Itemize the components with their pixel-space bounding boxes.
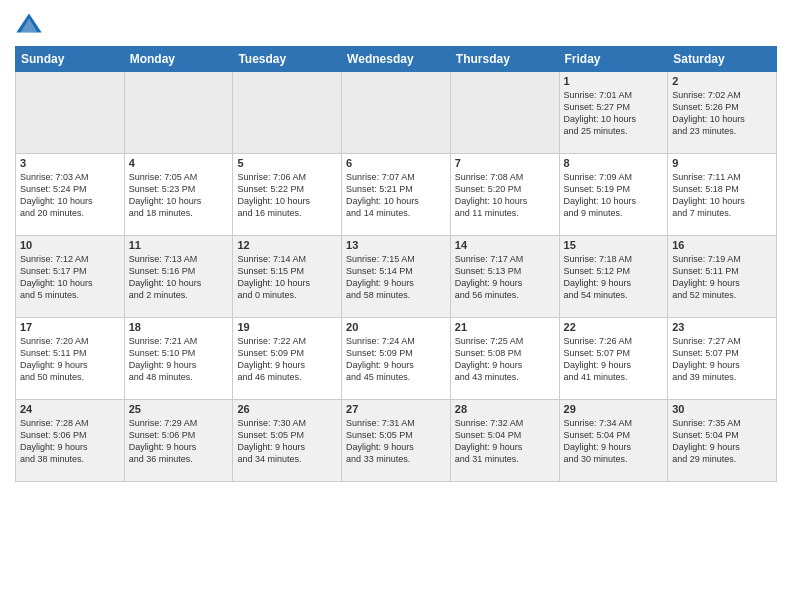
day-number: 25 bbox=[129, 403, 229, 415]
calendar-week-row: 24Sunrise: 7:28 AM Sunset: 5:06 PM Dayli… bbox=[16, 400, 777, 482]
day-info: Sunrise: 7:09 AM Sunset: 5:19 PM Dayligh… bbox=[564, 171, 664, 220]
day-info: Sunrise: 7:31 AM Sunset: 5:05 PM Dayligh… bbox=[346, 417, 446, 466]
calendar-day-cell bbox=[124, 72, 233, 154]
day-info: Sunrise: 7:07 AM Sunset: 5:21 PM Dayligh… bbox=[346, 171, 446, 220]
calendar-day-cell: 4Sunrise: 7:05 AM Sunset: 5:23 PM Daylig… bbox=[124, 154, 233, 236]
calendar-day-cell: 2Sunrise: 7:02 AM Sunset: 5:26 PM Daylig… bbox=[668, 72, 777, 154]
day-number: 17 bbox=[20, 321, 120, 333]
weekday-header: Wednesday bbox=[342, 47, 451, 72]
day-number: 2 bbox=[672, 75, 772, 87]
day-info: Sunrise: 7:12 AM Sunset: 5:17 PM Dayligh… bbox=[20, 253, 120, 302]
day-number: 29 bbox=[564, 403, 664, 415]
calendar-week-row: 3Sunrise: 7:03 AM Sunset: 5:24 PM Daylig… bbox=[16, 154, 777, 236]
day-number: 4 bbox=[129, 157, 229, 169]
day-info: Sunrise: 7:26 AM Sunset: 5:07 PM Dayligh… bbox=[564, 335, 664, 384]
calendar-day-cell: 30Sunrise: 7:35 AM Sunset: 5:04 PM Dayli… bbox=[668, 400, 777, 482]
calendar-day-cell: 14Sunrise: 7:17 AM Sunset: 5:13 PM Dayli… bbox=[450, 236, 559, 318]
logo bbox=[15, 10, 47, 38]
day-number: 19 bbox=[237, 321, 337, 333]
calendar-day-cell: 12Sunrise: 7:14 AM Sunset: 5:15 PM Dayli… bbox=[233, 236, 342, 318]
calendar-day-cell: 27Sunrise: 7:31 AM Sunset: 5:05 PM Dayli… bbox=[342, 400, 451, 482]
day-info: Sunrise: 7:32 AM Sunset: 5:04 PM Dayligh… bbox=[455, 417, 555, 466]
day-info: Sunrise: 7:15 AM Sunset: 5:14 PM Dayligh… bbox=[346, 253, 446, 302]
calendar-day-cell: 19Sunrise: 7:22 AM Sunset: 5:09 PM Dayli… bbox=[233, 318, 342, 400]
calendar-day-cell: 20Sunrise: 7:24 AM Sunset: 5:09 PM Dayli… bbox=[342, 318, 451, 400]
day-number: 20 bbox=[346, 321, 446, 333]
calendar-day-cell bbox=[233, 72, 342, 154]
day-info: Sunrise: 7:27 AM Sunset: 5:07 PM Dayligh… bbox=[672, 335, 772, 384]
calendar-day-cell bbox=[16, 72, 125, 154]
day-number: 16 bbox=[672, 239, 772, 251]
calendar-week-row: 17Sunrise: 7:20 AM Sunset: 5:11 PM Dayli… bbox=[16, 318, 777, 400]
day-number: 12 bbox=[237, 239, 337, 251]
calendar-day-cell: 29Sunrise: 7:34 AM Sunset: 5:04 PM Dayli… bbox=[559, 400, 668, 482]
day-number: 3 bbox=[20, 157, 120, 169]
day-number: 7 bbox=[455, 157, 555, 169]
day-number: 10 bbox=[20, 239, 120, 251]
day-number: 14 bbox=[455, 239, 555, 251]
day-number: 13 bbox=[346, 239, 446, 251]
day-info: Sunrise: 7:35 AM Sunset: 5:04 PM Dayligh… bbox=[672, 417, 772, 466]
day-info: Sunrise: 7:06 AM Sunset: 5:22 PM Dayligh… bbox=[237, 171, 337, 220]
day-number: 8 bbox=[564, 157, 664, 169]
calendar-day-cell: 13Sunrise: 7:15 AM Sunset: 5:14 PM Dayli… bbox=[342, 236, 451, 318]
calendar-day-cell: 5Sunrise: 7:06 AM Sunset: 5:22 PM Daylig… bbox=[233, 154, 342, 236]
page-header bbox=[15, 10, 777, 38]
calendar-day-cell: 11Sunrise: 7:13 AM Sunset: 5:16 PM Dayli… bbox=[124, 236, 233, 318]
day-number: 26 bbox=[237, 403, 337, 415]
day-info: Sunrise: 7:11 AM Sunset: 5:18 PM Dayligh… bbox=[672, 171, 772, 220]
day-number: 9 bbox=[672, 157, 772, 169]
day-number: 5 bbox=[237, 157, 337, 169]
day-number: 11 bbox=[129, 239, 229, 251]
day-number: 28 bbox=[455, 403, 555, 415]
day-info: Sunrise: 7:34 AM Sunset: 5:04 PM Dayligh… bbox=[564, 417, 664, 466]
weekday-header: Sunday bbox=[16, 47, 125, 72]
calendar-table: SundayMondayTuesdayWednesdayThursdayFrid… bbox=[15, 46, 777, 482]
day-number: 24 bbox=[20, 403, 120, 415]
calendar-day-cell: 17Sunrise: 7:20 AM Sunset: 5:11 PM Dayli… bbox=[16, 318, 125, 400]
day-info: Sunrise: 7:13 AM Sunset: 5:16 PM Dayligh… bbox=[129, 253, 229, 302]
calendar-day-cell: 8Sunrise: 7:09 AM Sunset: 5:19 PM Daylig… bbox=[559, 154, 668, 236]
day-number: 27 bbox=[346, 403, 446, 415]
day-info: Sunrise: 7:14 AM Sunset: 5:15 PM Dayligh… bbox=[237, 253, 337, 302]
calendar-day-cell bbox=[342, 72, 451, 154]
calendar-day-cell: 24Sunrise: 7:28 AM Sunset: 5:06 PM Dayli… bbox=[16, 400, 125, 482]
day-info: Sunrise: 7:08 AM Sunset: 5:20 PM Dayligh… bbox=[455, 171, 555, 220]
calendar-week-row: 10Sunrise: 7:12 AM Sunset: 5:17 PM Dayli… bbox=[16, 236, 777, 318]
day-info: Sunrise: 7:05 AM Sunset: 5:23 PM Dayligh… bbox=[129, 171, 229, 220]
day-info: Sunrise: 7:22 AM Sunset: 5:09 PM Dayligh… bbox=[237, 335, 337, 384]
day-info: Sunrise: 7:18 AM Sunset: 5:12 PM Dayligh… bbox=[564, 253, 664, 302]
day-info: Sunrise: 7:29 AM Sunset: 5:06 PM Dayligh… bbox=[129, 417, 229, 466]
calendar-week-row: 1Sunrise: 7:01 AM Sunset: 5:27 PM Daylig… bbox=[16, 72, 777, 154]
calendar-day-cell: 3Sunrise: 7:03 AM Sunset: 5:24 PM Daylig… bbox=[16, 154, 125, 236]
calendar-day-cell bbox=[450, 72, 559, 154]
day-info: Sunrise: 7:02 AM Sunset: 5:26 PM Dayligh… bbox=[672, 89, 772, 138]
calendar-day-cell: 6Sunrise: 7:07 AM Sunset: 5:21 PM Daylig… bbox=[342, 154, 451, 236]
day-number: 30 bbox=[672, 403, 772, 415]
page-container: SundayMondayTuesdayWednesdayThursdayFrid… bbox=[0, 0, 792, 487]
day-number: 15 bbox=[564, 239, 664, 251]
weekday-header: Thursday bbox=[450, 47, 559, 72]
day-info: Sunrise: 7:30 AM Sunset: 5:05 PM Dayligh… bbox=[237, 417, 337, 466]
calendar-day-cell: 22Sunrise: 7:26 AM Sunset: 5:07 PM Dayli… bbox=[559, 318, 668, 400]
calendar-day-cell: 1Sunrise: 7:01 AM Sunset: 5:27 PM Daylig… bbox=[559, 72, 668, 154]
day-number: 1 bbox=[564, 75, 664, 87]
calendar-day-cell: 23Sunrise: 7:27 AM Sunset: 5:07 PM Dayli… bbox=[668, 318, 777, 400]
calendar-day-cell: 7Sunrise: 7:08 AM Sunset: 5:20 PM Daylig… bbox=[450, 154, 559, 236]
day-info: Sunrise: 7:20 AM Sunset: 5:11 PM Dayligh… bbox=[20, 335, 120, 384]
day-number: 21 bbox=[455, 321, 555, 333]
calendar-day-cell: 9Sunrise: 7:11 AM Sunset: 5:18 PM Daylig… bbox=[668, 154, 777, 236]
day-info: Sunrise: 7:21 AM Sunset: 5:10 PM Dayligh… bbox=[129, 335, 229, 384]
day-number: 18 bbox=[129, 321, 229, 333]
day-info: Sunrise: 7:24 AM Sunset: 5:09 PM Dayligh… bbox=[346, 335, 446, 384]
calendar-day-cell: 16Sunrise: 7:19 AM Sunset: 5:11 PM Dayli… bbox=[668, 236, 777, 318]
weekday-header: Saturday bbox=[668, 47, 777, 72]
day-number: 6 bbox=[346, 157, 446, 169]
day-info: Sunrise: 7:28 AM Sunset: 5:06 PM Dayligh… bbox=[20, 417, 120, 466]
day-info: Sunrise: 7:19 AM Sunset: 5:11 PM Dayligh… bbox=[672, 253, 772, 302]
weekday-header: Friday bbox=[559, 47, 668, 72]
calendar-day-cell: 26Sunrise: 7:30 AM Sunset: 5:05 PM Dayli… bbox=[233, 400, 342, 482]
calendar-day-cell: 25Sunrise: 7:29 AM Sunset: 5:06 PM Dayli… bbox=[124, 400, 233, 482]
day-number: 23 bbox=[672, 321, 772, 333]
day-number: 22 bbox=[564, 321, 664, 333]
